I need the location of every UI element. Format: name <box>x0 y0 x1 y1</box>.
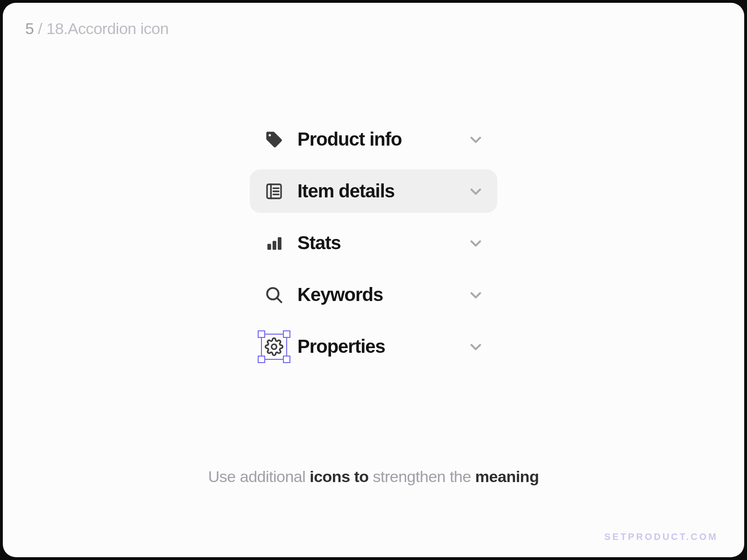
caption-part: Use additional <box>208 468 310 485</box>
selection-handle-br[interactable] <box>283 356 290 363</box>
slide-caption: Use additional icons to strengthen the m… <box>3 468 744 486</box>
svg-rect-5 <box>268 244 271 250</box>
selection-handle-tr[interactable] <box>283 330 290 338</box>
breadcrumb-dot: . <box>63 20 68 37</box>
breadcrumb-sep: / <box>34 20 46 37</box>
tag-icon <box>264 129 284 150</box>
chevron-down-icon <box>468 236 483 251</box>
breadcrumb: 5 / 18.Accordion icon <box>25 20 169 38</box>
caption-part: strengthen the <box>369 468 475 485</box>
chevron-down-icon <box>468 132 483 147</box>
slide-card: 5 / 18.Accordion icon Product info Item … <box>3 3 744 557</box>
watermark: SETPRODUCT.COM <box>604 532 718 542</box>
chevron-down-icon <box>468 184 483 199</box>
selection-handle-bl[interactable] <box>258 356 265 363</box>
search-icon <box>264 285 284 305</box>
chevron-down-icon <box>468 287 483 302</box>
accordion-row-item-details[interactable]: Item details <box>250 169 497 213</box>
document-icon <box>264 181 284 202</box>
breadcrumb-title: Accordion icon <box>68 20 169 37</box>
accordion-label: Properties <box>297 336 455 357</box>
accordion: Product info Item details Stats <box>250 118 497 368</box>
accordion-row-product-info[interactable]: Product info <box>250 118 497 161</box>
svg-rect-7 <box>278 237 282 250</box>
accordion-label: Item details <box>297 181 455 202</box>
selection-outline[interactable] <box>261 334 287 360</box>
caption-bold: meaning <box>475 468 539 485</box>
bars-icon <box>264 233 284 253</box>
chevron-down-icon <box>468 339 483 354</box>
accordion-label: Product info <box>297 129 455 150</box>
breadcrumb-index: 5 <box>25 20 34 37</box>
selection-handle-tl[interactable] <box>258 330 265 338</box>
accordion-label: Stats <box>297 232 455 253</box>
accordion-row-keywords[interactable]: Keywords <box>250 273 497 316</box>
caption-bold: icons to <box>310 468 368 485</box>
gear-icon[interactable] <box>264 336 284 357</box>
svg-rect-6 <box>273 241 276 250</box>
accordion-label: Keywords <box>297 284 455 305</box>
breadcrumb-total: 18 <box>46 20 63 37</box>
accordion-row-properties[interactable]: Properties <box>250 325 497 368</box>
svg-line-9 <box>277 298 282 302</box>
accordion-row-stats[interactable]: Stats <box>250 221 497 265</box>
